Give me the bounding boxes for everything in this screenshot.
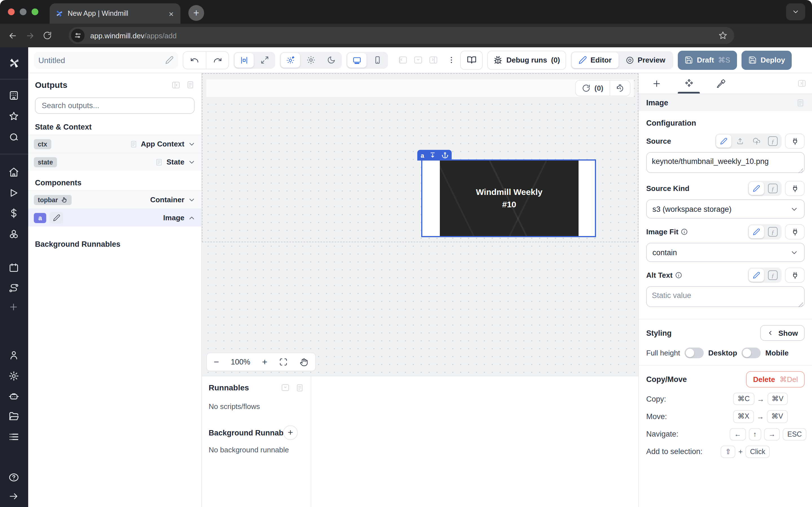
sidebar-item-folders[interactable]	[8, 411, 19, 422]
chevron-up-icon[interactable]	[188, 214, 196, 222]
sidebar-collapse-icon[interactable]	[8, 491, 18, 501]
undo-button[interactable]	[183, 52, 206, 68]
sidebar-item-flows[interactable]	[8, 283, 19, 293]
tab-insert-component[interactable]	[641, 73, 673, 94]
component-row-topbar[interactable]: topbar Container	[28, 190, 201, 209]
outputs-search[interactable]	[35, 98, 195, 114]
delete-component-button[interactable]: Delete ⌘Del	[746, 371, 805, 388]
tab-search-button[interactable]	[786, 3, 805, 20]
component-id-badge[interactable]: a	[34, 213, 47, 223]
docs-panel-icon[interactable]	[796, 98, 805, 107]
refresh-app-button[interactable]: (0)	[576, 80, 610, 96]
center-layout-button[interactable]	[235, 53, 254, 67]
collapse-down-icon[interactable]	[281, 383, 290, 392]
output-id-badge[interactable]: state	[34, 157, 57, 167]
static-mode-button[interactable]	[716, 135, 731, 148]
s3-upload-mode-button[interactable]	[749, 135, 764, 148]
chevron-down-icon[interactable]	[188, 196, 196, 204]
sidebar-item-logs[interactable]	[8, 432, 19, 442]
back-button[interactable]	[8, 31, 17, 40]
component-id-badge[interactable]: topbar	[34, 194, 71, 205]
sidebar-item-home[interactable]	[8, 167, 19, 177]
rename-component-button[interactable]	[50, 212, 63, 224]
sidebar-item-help[interactable]	[8, 472, 19, 483]
toggle-bottom-panel-icon[interactable]	[413, 55, 423, 65]
window-controls[interactable]	[8, 8, 38, 15]
sidebar-item-schedules[interactable]	[8, 263, 19, 273]
eval-mode-button[interactable]: ƒ	[765, 182, 780, 195]
tab-component-settings[interactable]	[673, 73, 705, 94]
fullwidth-layout-button[interactable]	[255, 53, 274, 67]
eval-mode-button[interactable]: ƒ	[765, 225, 780, 238]
header-menu-icon[interactable]	[447, 56, 456, 64]
sidebar-item-workers[interactable]	[8, 391, 19, 402]
auto-theme-button[interactable]	[281, 53, 300, 67]
eval-mode-button[interactable]: ƒ	[765, 135, 780, 148]
app-name-field[interactable]: Untitled	[34, 52, 178, 68]
draft-button[interactable]: Draft ⌘S	[678, 50, 737, 69]
sidebar-item-resources[interactable]	[8, 229, 19, 239]
fit-view-button[interactable]	[279, 358, 288, 366]
show-styling-button[interactable]: Show	[760, 325, 805, 341]
search-input[interactable]	[41, 101, 189, 110]
image-fit-select[interactable]: contain	[646, 243, 805, 262]
mobile-view-button[interactable]	[368, 53, 387, 67]
refresh-history-button[interactable]	[610, 80, 630, 96]
docs-button[interactable]	[460, 50, 483, 69]
docs-panel-icon[interactable]	[296, 383, 304, 392]
sidebar-item-account[interactable]	[8, 350, 19, 360]
static-mode-button[interactable]	[749, 269, 764, 282]
source-input[interactable]: keynote/thumbnail_weekly_10.png	[646, 152, 805, 173]
editor-tab[interactable]: Editor	[572, 52, 618, 68]
output-row-ctx[interactable]: ctx App Context	[28, 135, 201, 153]
collapse-right-panel-icon[interactable]	[797, 79, 806, 88]
site-settings-icon[interactable]	[71, 29, 85, 42]
pan-tool-button[interactable]	[299, 357, 308, 367]
static-mode-button[interactable]	[749, 225, 764, 238]
full-height-toggle[interactable]	[684, 348, 704, 358]
tab-close-icon[interactable]: ×	[167, 9, 175, 18]
minimize-window-button[interactable]	[20, 8, 27, 15]
sidebar-item-runs[interactable]	[8, 187, 19, 198]
source-kind-select[interactable]: s3 (workspace storage)	[646, 200, 805, 219]
app-canvas[interactable]: (0) a Windmill Weekly #10 − 100% +	[202, 73, 638, 376]
output-row-state[interactable]: state State	[28, 153, 201, 171]
sidebar-item-add[interactable]	[8, 302, 18, 312]
forward-button[interactable]	[26, 31, 35, 40]
connect-input-button[interactable]	[785, 268, 805, 283]
sidebar-item-favorites[interactable]	[8, 111, 19, 122]
close-window-button[interactable]	[8, 8, 15, 15]
preview-tab[interactable]: Preview	[618, 52, 672, 68]
sidebar-item-variables[interactable]	[8, 208, 19, 219]
desktop-mobile-toggle[interactable]	[742, 348, 761, 358]
image-component-selected[interactable]: Windmill Weekly #10	[421, 159, 596, 237]
selected-component-handle[interactable]: a	[417, 150, 452, 161]
debug-runs-button[interactable]: Debug runs (0)	[487, 50, 566, 69]
collapse-panel-icon[interactable]	[171, 80, 181, 89]
deploy-button[interactable]: Deploy	[742, 50, 792, 69]
light-theme-button[interactable]	[301, 53, 320, 67]
sidebar-item-search[interactable]	[8, 132, 19, 143]
sidebar-item-workspace[interactable]	[8, 90, 19, 101]
tab-styling[interactable]	[705, 73, 737, 94]
chevron-down-icon[interactable]	[188, 158, 196, 166]
zoom-window-button[interactable]	[32, 8, 38, 15]
bookmark-star-icon[interactable]	[718, 31, 727, 40]
static-mode-button[interactable]	[749, 182, 764, 195]
add-background-runnable-button[interactable]: +	[283, 425, 298, 440]
zoom-in-button[interactable]: +	[262, 357, 267, 367]
output-id-badge[interactable]: ctx	[34, 139, 51, 149]
docs-panel-icon[interactable]	[186, 80, 195, 89]
connect-input-button[interactable]	[785, 224, 805, 239]
component-row-a-selected[interactable]: a Image	[28, 209, 201, 226]
browser-tab[interactable]: New App | Windmill ×	[50, 3, 181, 24]
connect-input-button[interactable]	[785, 181, 805, 196]
alt-text-input[interactable]	[646, 286, 805, 307]
topbar-container-component[interactable]	[206, 79, 634, 97]
sidebar-item-settings[interactable]	[8, 371, 19, 381]
new-tab-button[interactable]: +	[188, 5, 204, 21]
reload-button[interactable]	[43, 31, 52, 40]
connect-input-button[interactable]	[785, 133, 805, 149]
zoom-out-button[interactable]: −	[214, 357, 219, 367]
address-bar[interactable]: app.windmill.dev/apps/add	[69, 27, 734, 44]
